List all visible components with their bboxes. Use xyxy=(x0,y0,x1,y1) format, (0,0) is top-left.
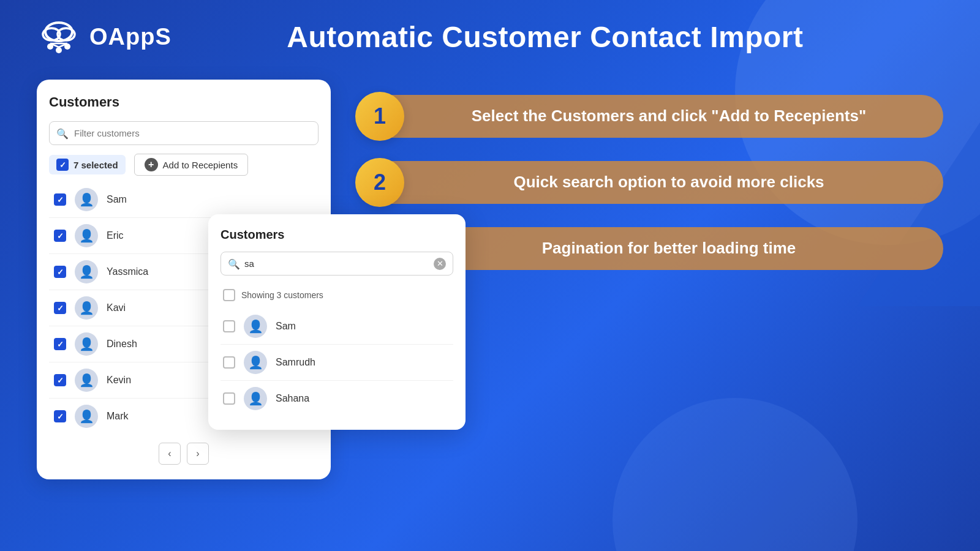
logo-area: OAppS xyxy=(37,15,172,59)
customer-name: Sam xyxy=(276,321,296,332)
header: OAppS Automatic Customer Contact Import xyxy=(0,0,980,73)
list-item[interactable]: 👤 Sahana xyxy=(221,381,453,416)
pagination: ‹ › xyxy=(49,434,318,465)
search-popup: Customers 🔍 ✕ Showing 3 customers 👤 Sam … xyxy=(208,214,466,430)
avatar: 👤 xyxy=(75,188,98,211)
feature-text-1: Select the Customers and click "Add to R… xyxy=(386,95,943,138)
page-title: Automatic Customer Contact Import xyxy=(196,20,943,54)
customer-checkbox[interactable] xyxy=(54,193,66,206)
feature-item-1: 1 Select the Customers and click "Add to… xyxy=(355,92,943,141)
main-content: Customers 🔍 7 selected + Add to Recepien… xyxy=(0,73,980,485)
feature-number-2: 2 xyxy=(355,158,404,207)
avatar: 👤 xyxy=(75,260,98,283)
customer-checkbox[interactable] xyxy=(54,230,66,242)
avatar: 👤 xyxy=(75,369,98,392)
avatar: 👤 xyxy=(75,296,98,320)
add-btn-label: Add to Recepients xyxy=(163,160,238,170)
feature-item-2: 2 Quick search option to avoid more clic… xyxy=(355,158,943,207)
customer-checkbox[interactable] xyxy=(54,266,66,278)
customer-name: Kavi xyxy=(107,302,126,313)
search-input[interactable] xyxy=(221,252,453,276)
customer-name: Kevin xyxy=(107,375,131,386)
feature-number-1: 1 xyxy=(355,92,404,141)
search-icon: 🔍 xyxy=(228,258,240,269)
feature-text-2: Quick search option to avoid more clicks xyxy=(386,161,943,204)
customers-card-title: Customers xyxy=(49,94,318,110)
customer-name: Dinesh xyxy=(107,339,137,350)
customer-name: Yassmica xyxy=(107,266,148,277)
showing-checkbox[interactable] xyxy=(223,289,235,301)
showing-count: Showing 3 customers xyxy=(221,284,453,306)
avatar: 👤 xyxy=(244,387,267,410)
filter-search-icon: 🔍 xyxy=(56,127,69,139)
prev-page-button[interactable]: ‹ xyxy=(159,443,181,465)
clear-search-icon[interactable]: ✕ xyxy=(434,258,446,270)
avatar: 👤 xyxy=(75,405,98,428)
result-checkbox[interactable] xyxy=(223,392,235,405)
customer-checkbox[interactable] xyxy=(54,302,66,314)
filter-input-wrapper: 🔍 xyxy=(49,121,318,145)
result-checkbox[interactable] xyxy=(223,356,235,369)
selected-badge: 7 selected xyxy=(49,155,126,174)
selected-count: 7 selected xyxy=(74,160,118,170)
logo-text: OAppS xyxy=(89,24,172,50)
search-popup-title: Customers xyxy=(221,228,453,242)
list-item[interactable]: 👤 Sam xyxy=(221,309,453,345)
svg-point-4 xyxy=(56,47,62,53)
customer-name: Mark xyxy=(107,411,129,422)
customer-checkbox[interactable] xyxy=(54,338,66,350)
customer-checkbox[interactable] xyxy=(54,410,66,422)
next-page-button[interactable]: › xyxy=(187,443,209,465)
add-to-recipients-button[interactable]: + Add to Recepients xyxy=(134,154,249,176)
select-all-checkbox[interactable] xyxy=(56,159,69,171)
feature-text-3: Pagination for better loading time xyxy=(386,227,943,270)
result-checkbox[interactable] xyxy=(223,320,235,332)
avatar: 👤 xyxy=(75,332,98,356)
customer-checkbox[interactable] xyxy=(54,374,66,386)
customer-name: Samrudh xyxy=(276,357,315,368)
avatar: 👤 xyxy=(244,315,267,338)
list-item[interactable]: 👤 Sam xyxy=(49,182,318,218)
search-input-wrapper: 🔍 ✕ xyxy=(221,252,453,276)
logo-icon xyxy=(37,15,81,59)
toolbar: 7 selected + Add to Recepients xyxy=(49,154,318,176)
avatar: 👤 xyxy=(244,351,267,374)
list-item[interactable]: 👤 Samrudh xyxy=(221,345,453,381)
filter-input[interactable] xyxy=(49,121,318,145)
customer-name: Sam xyxy=(107,194,127,205)
customer-name: Sahana xyxy=(276,393,309,404)
avatar: 👤 xyxy=(75,224,98,247)
customer-name: Eric xyxy=(107,230,124,241)
add-icon: + xyxy=(145,158,158,171)
showing-label: Showing 3 customers xyxy=(241,290,323,300)
